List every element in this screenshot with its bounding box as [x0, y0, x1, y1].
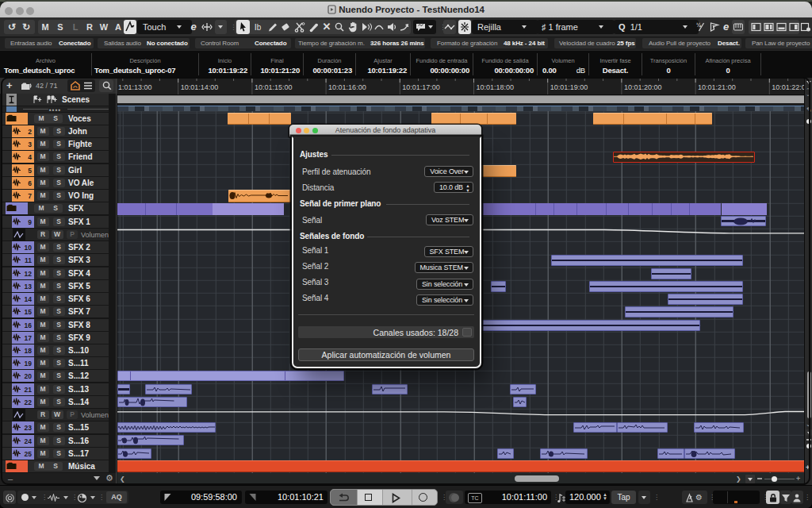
- svg-text:¼: ¼: [696, 22, 702, 28]
